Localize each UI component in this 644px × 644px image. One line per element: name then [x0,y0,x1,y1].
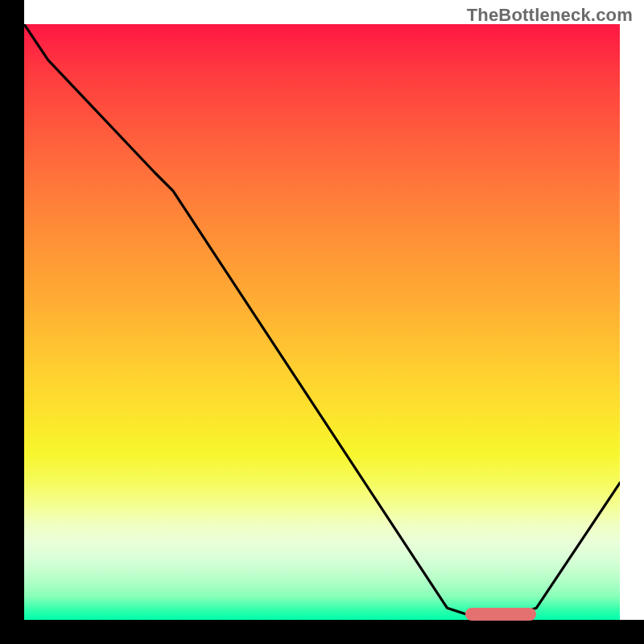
x-axis-bar [0,620,644,644]
bottleneck-curve [24,24,620,620]
watermark-text: TheBottleneck.com [467,5,633,26]
optimal-range-marker [465,608,537,621]
y-axis-bar [0,0,24,644]
plot-area [24,24,620,620]
